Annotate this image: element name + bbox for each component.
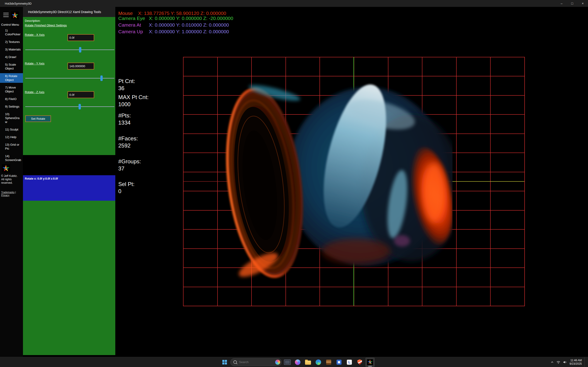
sidebar-item-rotate-object[interactable]: 6) Rotate Object [0,73,23,83]
taskbar-app-monitor[interactable] [283,358,292,367]
search-input[interactable] [239,360,273,364]
sidebar-item-textures[interactable]: 2) Textures [0,40,23,44]
sidebar-item-materials[interactable]: 3) Materials [0,48,23,51]
tray-chevron-up-icon[interactable] [551,361,554,364]
windows-logo-icon [222,360,227,365]
rotate-settings-link[interactable]: Rotate Finished Object Settings [25,24,67,27]
sidebar-item-spheredraw[interactable]: 10) SphereDra w [0,112,23,124]
sidebar-item-sculpt[interactable]: 11) Sculpt [0,127,23,131]
legal-links: Trademarks | Privacy [1,191,22,197]
stat-pts: #Pts:1334 [118,112,131,126]
sidebar-item-fileio[interactable]: 8) FileIO [0,97,23,101]
stat-pt-cnt: Pt Cnt:36 [118,77,135,92]
stat-sel-pt: Sel Pt:0 [118,181,135,195]
wifi-icon[interactable] [556,361,561,364]
app-logo-icon-bottom [2,164,10,173]
camera-at-value: X: 0.000000 Y: 0.010000 Z: 0.000000 [149,23,229,27]
rotate-x-slider[interactable] [25,47,114,52]
rotate-x-input[interactable] [68,34,94,41]
rotate-z-axis-label: Rotate - Z Axis [25,90,44,94]
taskbar-app-hot3dx-active[interactable] [365,358,375,367]
rotate-status-text: Rotate x: 0.0f y:0.0f z:0.0f [23,175,115,180]
edge-icon [316,359,321,365]
rotate-y-axis-label: Rotate - Y Axis [25,62,44,65]
linqpad-icon: L [347,360,352,365]
app-logo-icon [11,11,19,19]
taskbar-app-linqpad[interactable]: L [345,358,354,367]
tray-date: 9/23/2025 [570,362,582,366]
show-desktop-button[interactable] [584,357,586,367]
camera-at-label: Camera At [118,23,149,27]
rotate-y-input[interactable] [68,63,94,69]
tray-time: 11:46 AM [570,359,582,362]
rotate-y-slider[interactable] [25,75,114,81]
package-icon [326,360,331,365]
monitor-icon [284,359,291,365]
taskbar-app-file-explorer[interactable] [303,358,313,367]
camera-up-value: X: 0.000000 Y: 1.000000 Z: 0.000000 [149,29,229,34]
stat-groups: #Groups:37 [118,158,141,172]
rotate-x-slider-track [25,50,114,50]
blue-app-icon [337,360,342,365]
privacy-link[interactable]: Privacy [1,194,9,197]
sidebar-item-draw[interactable]: 4) Draw! [0,55,23,59]
control-menu-label: Control Menu [1,23,19,26]
taskbar: L 11:46 AM 9/23/2025 [0,357,588,367]
stat-max-pt-cnt: MAX Pt Cnt:1000 [118,94,149,108]
rendered-3d-object [221,80,452,287]
rotate-z-input[interactable] [68,91,94,98]
taskbar-app-security[interactable] [355,358,364,367]
camera-up-label: Camera Up [118,29,149,34]
minimize-button[interactable]: – [556,0,567,7]
stat-faces: #Faces:2592 [118,135,138,149]
panel-header-title: Hot3dxSymmetry3D DirectX12 Xaml Drawing … [28,10,101,14]
trademarks-link[interactable]: Trademarks [1,191,15,194]
control-menu-sidebar: Control Menu 1) ColorPicker 2) Textures … [0,7,23,357]
panel-header: Hot3dxSymmetry3D DirectX12 Xaml Drawing … [23,7,115,17]
folder-icon [305,361,311,365]
copilot-icon [295,359,300,365]
sidebar-menu: 1) ColorPicker 2) Textures 3) Materials … [0,28,23,166]
camera-eye-value: X: 0.000000 Y: 0.000000 Z: -20.000000 [149,16,233,21]
sidebar-item-scale-object[interactable]: 5) Scale Object [0,63,23,70]
hot3dx-app-icon [367,359,373,365]
rotate-control-panel: Hot3dxSymmetry3D DirectX12 Xaml Drawing … [23,7,115,357]
viewport-3d[interactable]: MouseX: 138.772675 Y: 58.900120 Z: 0.000… [115,7,588,357]
rotate-settings-area: Description: Rotate Finished Object Sett… [23,17,115,155]
search-highlights-icon[interactable] [275,360,280,365]
camera-eye-label: Camera Eye [118,16,149,21]
close-button[interactable]: × [578,0,588,7]
taskbar-search[interactable] [230,358,282,366]
rotate-z-slider-track [25,106,114,107]
link-separator: | [15,191,16,194]
taskbar-app-edge[interactable] [314,358,323,367]
volume-icon[interactable] [563,361,567,364]
maximize-button[interactable]: □ [567,0,578,7]
description-label: Description: [25,19,41,23]
tray-clock[interactable]: 11:46 AM 9/23/2025 [570,359,582,366]
shield-icon [357,359,362,365]
panel-lower-green [23,201,115,355]
sidebar-item-help[interactable]: 12) Help [0,135,23,139]
hamburger-menu-icon[interactable] [3,13,9,17]
rotate-z-slider-thumb[interactable] [78,104,81,109]
taskbar-app-package[interactable] [324,358,333,367]
rotate-x-slider-thumb[interactable] [79,47,81,52]
rotate-x-axis-label: Rotate - X Axis [25,33,44,36]
search-icon [233,360,237,364]
rotate-status-panel: Rotate x: 0.0f y:0.0f z:0.0f [23,175,115,201]
sidebar-item-move-object[interactable]: 7) Move Object [0,85,23,93]
set-rotate-button[interactable]: Set Rotate [25,115,51,122]
taskbar-app-copilot[interactable] [293,358,302,367]
sidebar-item-screengrab[interactable]: 14) ScreenGrab [0,154,23,162]
start-button[interactable] [220,358,229,367]
rotate-y-slider-thumb[interactable] [100,75,103,81]
taskbar-app-blue[interactable] [334,358,344,367]
sidebar-item-grid-or-pic[interactable]: 13) Grid or Pic [0,143,23,150]
rotate-z-slider[interactable] [25,104,114,109]
sidebar-item-colorpicker[interactable]: 1) ColorPicker [0,28,23,36]
mouse-coords-value: X: 138.772675 Y: 58.900120 Z: 0.000000 [138,11,226,16]
sidebar-item-settings[interactable]: 9) Settings [0,105,23,108]
window-title: Hot3dxSymmetry3D [5,2,32,5]
mouse-coords-label: Mouse [118,11,138,16]
